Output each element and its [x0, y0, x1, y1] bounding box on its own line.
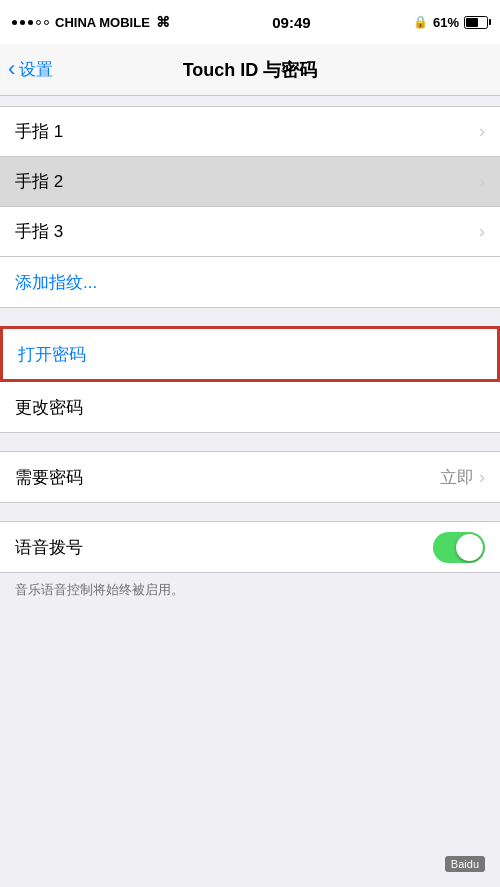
chevron-right-icon: ›: [479, 171, 485, 192]
require-password-table: 需要密码 立即 ›: [0, 451, 500, 503]
require-password-row[interactable]: 需要密码 立即 ›: [0, 452, 500, 502]
battery-percent: 61%: [433, 15, 459, 30]
require-password-section: 需要密码 立即 ›: [0, 451, 500, 503]
back-label: 设置: [19, 58, 53, 81]
status-time: 09:49: [272, 14, 310, 31]
require-password-value-text: 立即: [440, 466, 474, 489]
require-password-label: 需要密码: [15, 466, 83, 489]
turn-on-password-row[interactable]: 打开密码: [3, 329, 497, 379]
page-title: Touch ID 与密码: [183, 58, 318, 82]
fingerprint-section: 手指 1 › 手指 2 › 手指 3 › 添加指纹...: [0, 106, 500, 308]
finger-2-label: 手指 2: [15, 170, 63, 193]
finger-1-row[interactable]: 手指 1 ›: [0, 107, 500, 157]
status-bar: CHINA MOBILE ⌘ 09:49 🔒 61%: [0, 0, 500, 44]
add-fingerprint-row[interactable]: 添加指纹...: [0, 257, 500, 307]
turn-on-password-container: 打开密码: [0, 326, 500, 382]
fingerprint-table: 手指 1 › 手指 2 › 手指 3 › 添加指纹...: [0, 106, 500, 308]
toggle-knob: [456, 534, 483, 561]
lock-icon: 🔒: [413, 15, 428, 29]
turn-on-password-label: 打开密码: [18, 343, 86, 366]
voice-dial-table: 语音拨号: [0, 521, 500, 573]
back-button[interactable]: ‹ 设置: [8, 58, 53, 81]
voice-dial-label: 语音拨号: [15, 536, 83, 559]
chevron-right-icon: ›: [479, 121, 485, 142]
change-password-row[interactable]: 更改密码: [0, 382, 500, 432]
require-password-value: 立即 ›: [440, 466, 485, 489]
finger-2-row[interactable]: 手指 2 ›: [0, 157, 500, 207]
wifi-icon: ⌘: [156, 14, 170, 30]
battery-icon: [464, 16, 488, 29]
voice-dial-toggle[interactable]: [433, 532, 485, 563]
chevron-right-icon: ›: [479, 221, 485, 242]
voice-dial-row[interactable]: 语音拨号: [0, 522, 500, 572]
chevron-right-icon: ›: [479, 467, 485, 488]
finger-1-label: 手指 1: [15, 120, 63, 143]
change-password-table: 更改密码: [0, 382, 500, 433]
add-fingerprint-label: 添加指纹...: [15, 271, 97, 294]
finger-3-row[interactable]: 手指 3 ›: [0, 207, 500, 257]
voice-dial-section: 语音拨号 音乐语音控制将始终被启用。: [0, 521, 500, 607]
voice-dial-note: 音乐语音控制将始终被启用。: [0, 573, 500, 607]
chevron-left-icon: ‹: [8, 58, 15, 80]
signal-icon: [12, 20, 49, 25]
password-section: 打开密码 更改密码: [0, 326, 500, 433]
finger-3-label: 手指 3: [15, 220, 63, 243]
status-right: 🔒 61%: [413, 15, 488, 30]
status-left: CHINA MOBILE ⌘: [12, 14, 170, 30]
watermark: Baidu: [445, 856, 485, 872]
change-password-label: 更改密码: [15, 396, 83, 419]
nav-bar: ‹ 设置 Touch ID 与密码: [0, 44, 500, 96]
carrier-label: CHINA MOBILE: [55, 15, 150, 30]
